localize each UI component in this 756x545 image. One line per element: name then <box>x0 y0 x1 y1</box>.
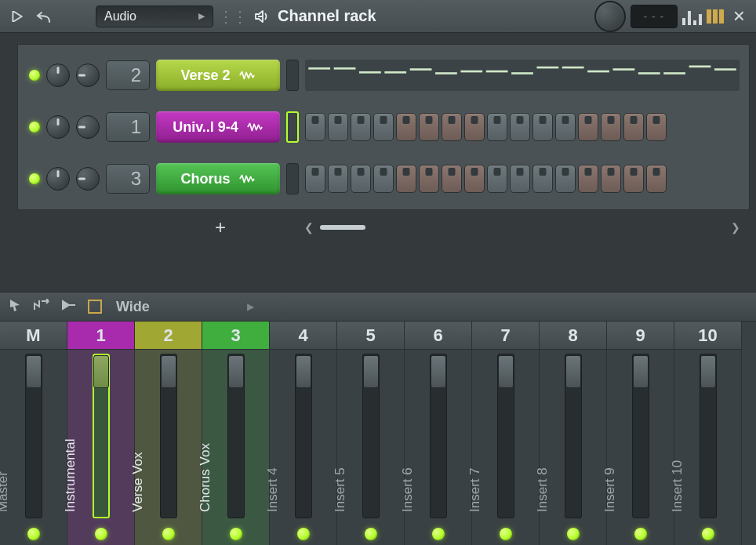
channel-options-icon[interactable] <box>707 9 724 24</box>
mixer-track-number[interactable]: 7 <box>472 322 539 350</box>
step-button[interactable] <box>623 165 644 193</box>
step-button[interactable] <box>646 113 667 141</box>
channel-activity-meter[interactable] <box>286 60 299 91</box>
step-button[interactable] <box>351 165 371 193</box>
automation-lane[interactable] <box>305 60 740 91</box>
mixer-track[interactable]: 6Insert 6 <box>405 322 472 545</box>
mixer-track[interactable]: 1Instrumental <box>67 322 135 545</box>
mixer-fader-cap[interactable] <box>700 355 716 388</box>
mixer-view-label[interactable]: Wide <box>116 299 150 315</box>
step-button[interactable] <box>442 165 462 193</box>
mixer-track[interactable]: 4Insert 4 <box>270 322 337 545</box>
step-button[interactable] <box>487 165 507 193</box>
scroll-left-icon[interactable]: ❮ <box>304 221 314 234</box>
mixer-enable-led[interactable] <box>27 528 40 540</box>
step-button[interactable] <box>442 113 462 141</box>
mixer-enable-led[interactable] <box>95 528 107 540</box>
step-button[interactable] <box>487 113 507 141</box>
step-button[interactable] <box>396 165 416 193</box>
scroll-thumb[interactable] <box>320 225 365 230</box>
mixer-enable-led[interactable] <box>365 528 377 540</box>
step-button[interactable] <box>305 165 325 193</box>
channel-name-button[interactable]: Chorus <box>156 163 280 194</box>
mixer-fader-cap[interactable] <box>161 355 176 388</box>
step-display[interactable]: - - - <box>631 5 678 28</box>
pointer-tool-icon[interactable] <box>8 298 22 315</box>
mixer-track[interactable]: MMaster <box>0 322 67 545</box>
step-button[interactable] <box>578 165 598 193</box>
channel-enable-led[interactable] <box>29 173 40 184</box>
mixer-route-slot[interactable]: 3 <box>106 164 150 194</box>
mixer-track-number[interactable]: 5 <box>337 322 404 350</box>
mixer-track-number[interactable]: M <box>0 322 67 350</box>
mixer-enable-led[interactable] <box>297 528 310 540</box>
step-button[interactable] <box>555 113 576 141</box>
step-button[interactable] <box>510 165 530 193</box>
mixer-track-number[interactable]: 9 <box>607 322 674 350</box>
channel-group-combo[interactable]: Audio ▶ <box>96 5 213 27</box>
channel-vol-knob[interactable] <box>76 64 100 87</box>
channel-pan-knob[interactable] <box>46 167 70 191</box>
channel-vol-knob[interactable] <box>76 115 100 139</box>
step-button[interactable] <box>373 113 394 141</box>
mixer-track-number[interactable]: 3 <box>202 322 269 350</box>
speaker-icon[interactable] <box>251 5 273 27</box>
step-button[interactable] <box>532 113 553 141</box>
mixer-track[interactable]: 10Insert 10 <box>674 322 742 545</box>
drag-handle-icon[interactable]: ⋮⋮ <box>218 7 246 26</box>
mixer-track-number[interactable]: 8 <box>540 322 606 350</box>
mixer-fader-cap[interactable] <box>431 355 446 388</box>
mixer-route-slot[interactable]: 2 <box>106 60 150 90</box>
swing-knob[interactable] <box>594 1 626 32</box>
channel-name-button[interactable]: Univ..l 9-4 <box>156 111 280 143</box>
mixer-enable-led[interactable] <box>230 528 242 540</box>
graph-editor-icon[interactable] <box>682 8 702 25</box>
step-button[interactable] <box>396 113 416 141</box>
mixer-fader-cap[interactable] <box>93 355 109 388</box>
mixer-track[interactable]: 3Chorus Vox <box>202 322 270 545</box>
step-button[interactable] <box>601 165 621 193</box>
step-button[interactable] <box>601 113 621 141</box>
channel-pan-knob[interactable] <box>46 115 70 139</box>
step-button[interactable] <box>419 165 439 193</box>
add-channel-button[interactable]: + <box>215 216 226 238</box>
mixer-fader-cap[interactable] <box>498 355 514 388</box>
channel-enable-led[interactable] <box>29 70 40 81</box>
mixer-fader-cap[interactable] <box>363 355 379 388</box>
close-icon[interactable]: × <box>729 4 750 28</box>
play-icon[interactable] <box>6 5 28 27</box>
mixer-fader-cap[interactable] <box>565 355 581 388</box>
step-button[interactable] <box>328 113 348 141</box>
channel-name-button[interactable]: Verse 2 <box>156 60 280 91</box>
mixer-route-slot[interactable]: 1 <box>106 112 150 142</box>
view-select-icon[interactable] <box>88 300 102 314</box>
mixer-enable-led[interactable] <box>702 528 714 540</box>
mixer-track-number[interactable]: 1 <box>67 322 134 350</box>
step-button[interactable] <box>373 165 394 193</box>
mixer-track[interactable]: 7Insert 7 <box>472 322 540 545</box>
mixer-enable-led[interactable] <box>634 528 647 540</box>
channel-enable-led[interactable] <box>29 122 40 133</box>
step-button[interactable] <box>305 113 325 141</box>
mixer-track[interactable]: 5Insert 5 <box>337 322 405 545</box>
mixer-enable-led[interactable] <box>500 528 512 540</box>
mixer-enable-led[interactable] <box>567 528 580 540</box>
channel-pan-knob[interactable] <box>46 64 70 87</box>
undo-icon[interactable] <box>33 5 55 27</box>
step-button[interactable] <box>464 165 485 193</box>
step-button[interactable] <box>419 113 439 141</box>
scroll-right-icon[interactable]: ❯ <box>731 221 740 234</box>
step-button[interactable] <box>555 165 576 193</box>
step-button[interactable] <box>351 113 371 141</box>
mixer-track-number[interactable]: 10 <box>674 322 741 350</box>
chevron-right-icon[interactable]: ▶ <box>247 301 254 312</box>
mixer-track[interactable]: 2Verse Vox <box>135 322 202 545</box>
mixer-track-number[interactable]: 2 <box>135 322 202 350</box>
mixer-fader-cap[interactable] <box>228 355 244 388</box>
mixer-enable-led[interactable] <box>162 528 175 540</box>
mixer-track[interactable]: 8Insert 8 <box>540 322 607 545</box>
mixer-track-number[interactable]: 6 <box>405 322 471 350</box>
channel-activity-meter[interactable] <box>286 111 299 143</box>
mixer-fader-cap[interactable] <box>296 355 311 388</box>
step-button[interactable] <box>646 165 667 193</box>
